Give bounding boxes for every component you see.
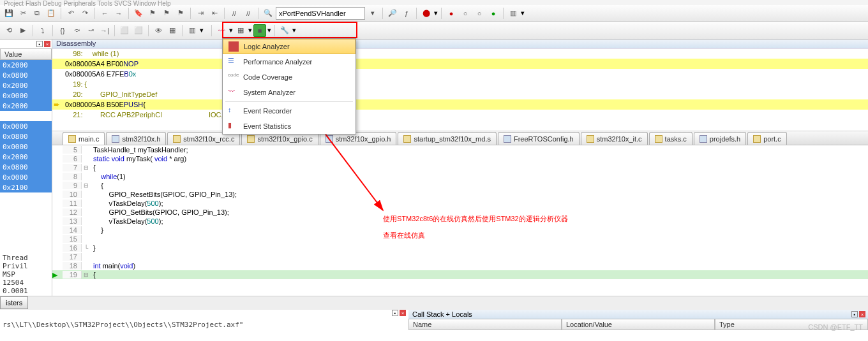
sys-icon: 〰: [228, 87, 238, 98]
stop2-icon[interactable]: ⬜: [132, 24, 145, 37]
coverage-icon[interactable]: ■: [253, 24, 266, 37]
register-value: 0x2000: [0, 101, 52, 111]
file-icon: [173, 135, 181, 143]
file-icon: [504, 135, 511, 143]
file-icon: [753, 135, 761, 143]
callstack-panel: Call Stack + Locals ▪ × NameLocation/Val…: [408, 310, 868, 335]
callstack-title: Call Stack + Locals: [412, 310, 472, 318]
editor-tab[interactable]: FreeRTOSConfig.h: [498, 132, 580, 145]
flag2-icon[interactable]: ⚑: [160, 7, 173, 20]
value-header: Value: [0, 48, 52, 60]
find2-icon[interactable]: 🔎: [386, 7, 399, 20]
menu-event-statistics[interactable]: ▮ Event Statistics: [223, 119, 355, 134]
menu-code-coverage[interactable]: code Code Coverage: [223, 69, 355, 85]
cpu-status: ThreadPrivilMSP125040.0001: [0, 253, 52, 296]
editor-tab[interactable]: startup_stm32f10x_md.s: [398, 132, 496, 145]
tools-icon[interactable]: 🔧: [278, 24, 291, 37]
flag3-icon[interactable]: ⚑: [174, 7, 187, 20]
column-header[interactable]: Name: [408, 319, 562, 330]
menu-performance-analyzer[interactable]: ☰ Performance Analyzer: [223, 54, 355, 69]
registers-tab[interactable]: isters: [0, 296, 28, 309]
find-icon[interactable]: 🔍: [262, 7, 274, 20]
register-value: [0, 111, 52, 121]
perf-icon: ☰: [228, 57, 238, 67]
step-icon[interactable]: ⤵: [36, 24, 49, 37]
disassembly-view: 98: while (1) 0x080005A4 BF00 NOP 0x0800…: [52, 48, 868, 131]
rec-o2-icon[interactable]: ○: [473, 7, 486, 20]
pin-icon[interactable]: ▪: [36, 41, 43, 47]
runto-icon[interactable]: →|: [98, 24, 111, 37]
menu-label: Performance Analyzer: [243, 58, 312, 66]
editor-tab[interactable]: stm32f10x_it.c: [581, 132, 648, 145]
comment-icon[interactable]: //: [228, 7, 241, 20]
editor-tab[interactable]: stm32f10x.h: [106, 132, 166, 145]
pin-icon[interactable]: ▪: [851, 311, 858, 317]
registers-pane: ▪ × Value 0x20000x08000x20000x00000x2000…: [0, 40, 52, 296]
bookmark-icon[interactable]: 🔖: [132, 7, 145, 20]
menu-label: System Analyzer: [243, 89, 296, 96]
debug-icon[interactable]: ⬤: [420, 7, 433, 20]
run-icon[interactable]: ▶: [17, 24, 29, 37]
watch-icon[interactable]: 👁: [152, 24, 165, 37]
symbol-combo[interactable]: [276, 7, 365, 20]
paste-icon[interactable]: 📋: [45, 7, 57, 20]
editor-tab[interactable]: port.c: [747, 132, 787, 145]
stepout-icon[interactable]: ⤻: [84, 24, 97, 37]
outdent-icon[interactable]: ⇤: [208, 7, 221, 20]
mem-icon[interactable]: ▦: [166, 24, 179, 37]
indent-icon[interactable]: ⇥: [194, 7, 207, 20]
disassembly-title: Disassembly: [52, 40, 868, 48]
toolbar-debug: ⟲ ▶ ⤵ {} ⤼ ⤻ →| ⬜ ⬜ 👁 ▦ ▥▾ 〰▾ ▦▾ ■▾ 🔧▾: [0, 22, 868, 40]
close-icon[interactable]: ×: [44, 41, 50, 47]
logic-analyzer-icon: [228, 41, 239, 52]
window-icon[interactable]: ▥: [507, 7, 520, 20]
menu-label: Event Statistics: [243, 122, 291, 130]
register-value: 0x2100: [0, 182, 52, 192]
trace-icon[interactable]: ▦: [234, 24, 247, 37]
pin-icon[interactable]: ▪: [392, 310, 398, 316]
save-icon[interactable]: 💾: [3, 7, 15, 20]
flag-icon[interactable]: ⚑: [146, 7, 159, 20]
register-value: 0x0800: [0, 70, 52, 80]
coverage-icon: code: [228, 72, 238, 82]
uncomment-icon[interactable]: //: [242, 7, 255, 20]
cut-icon[interactable]: ✂: [17, 7, 29, 20]
fwd-icon[interactable]: →: [112, 7, 125, 20]
output-path: rs\\LT\\Desktop\\STM32Project\\Objects\\…: [0, 319, 408, 330]
rec-g-icon[interactable]: ●: [487, 7, 500, 20]
toolbar-main: 💾 ✂ ⧉ 📋 ↶ ↷ ← → 🔖 ⚑ ⚑ ⚑ ⇥ ⇤ // // 🔍 ▾ 🔎 …: [0, 5, 868, 22]
watermark: CSDN @ETF_TT: [808, 323, 863, 331]
rec-red-icon[interactable]: ●: [445, 7, 458, 20]
analyzer-dropdown-icon[interactable]: 〰: [215, 24, 228, 37]
column-header[interactable]: Location/Value: [562, 319, 715, 330]
editor-tab[interactable]: main.c: [63, 132, 105, 145]
file-icon: [68, 135, 76, 143]
close-icon[interactable]: ×: [400, 310, 406, 316]
close-icon[interactable]: ×: [859, 311, 865, 317]
stepin-icon[interactable]: {}: [56, 24, 69, 37]
code-editor[interactable]: 5TaskHandle_t myTaskHandler;6static void…: [52, 145, 868, 296]
editor-tab[interactable]: projdefs.h: [694, 132, 746, 145]
register-value: 0x0800: [0, 162, 52, 172]
copy-icon[interactable]: ⧉: [31, 7, 43, 20]
dis-src: 98: while (1): [65, 50, 119, 57]
stop-icon[interactable]: ⬜: [118, 24, 131, 37]
menu-system-analyzer[interactable]: 〰 System Analyzer: [223, 85, 355, 100]
back-icon[interactable]: ←: [98, 7, 111, 20]
menu-logic-analyzer[interactable]: Logic Analyzer: [223, 39, 355, 54]
editor-tabs: main.cstm32f10x.hstm32f10x_rcc.cstm32f10…: [52, 131, 868, 145]
redo-icon[interactable]: ↷: [79, 7, 91, 20]
win1-icon[interactable]: ▥: [186, 24, 198, 37]
analyzer-dropdown: Logic Analyzer ☰ Performance Analyzer co…: [222, 38, 356, 134]
evtstat-icon: ▮: [228, 121, 238, 131]
func-icon[interactable]: ƒ: [400, 7, 413, 20]
rec-o-icon[interactable]: ○: [459, 7, 472, 20]
menu-event-recorder[interactable]: ↕ Event Recorder: [223, 103, 355, 119]
reset-icon[interactable]: ⟲: [3, 24, 15, 37]
chevron-down-icon[interactable]: ▾: [366, 7, 379, 20]
undo-icon[interactable]: ↶: [64, 7, 77, 20]
register-value: 0x0000: [0, 141, 52, 152]
editor-tab[interactable]: tasks.c: [649, 132, 692, 145]
register-value: 0x2000: [0, 60, 52, 70]
stepover-icon[interactable]: ⤼: [70, 24, 83, 37]
